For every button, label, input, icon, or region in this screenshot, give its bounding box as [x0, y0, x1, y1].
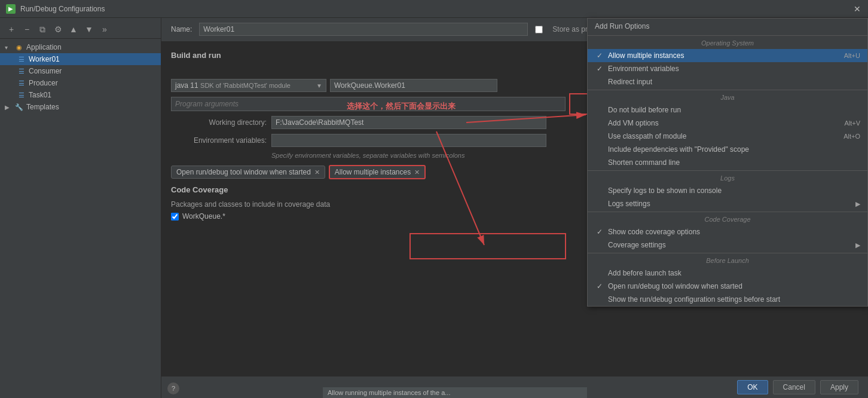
bottom-tooltip: Allow running multiple instances of the … [323, 387, 587, 398]
vm-options-check [595, 119, 604, 127]
ok-button[interactable]: OK [737, 380, 768, 394]
move-up-button[interactable]: ▲ [67, 23, 80, 36]
dropdown-item-show-coverage[interactable]: ✓ Show code coverage options [588, 225, 867, 238]
add-before-check [595, 269, 604, 277]
dropdown-item-shorten[interactable]: Shorten command line [588, 156, 867, 169]
dropdown-item-coverage-settings[interactable]: Coverage settings ▶ [588, 238, 867, 252]
no-build-check [595, 106, 604, 114]
shorten-check [595, 158, 604, 167]
name-input[interactable] [199, 23, 528, 36]
main-class-input[interactable] [330, 79, 497, 92]
help-button[interactable]: ? [167, 382, 179, 394]
include-deps-check [595, 145, 604, 154]
dropdown-item-env-vars[interactable]: ✓ Environment variables [588, 62, 867, 75]
tree-arrow-application: ▾ [5, 44, 12, 51]
no-build-label: Do not build before run [608, 106, 681, 114]
dropdown-item-no-build[interactable]: Do not build before run [588, 103, 867, 117]
vm-options-shortcut: Alt+V [844, 120, 860, 127]
application-label: Application [26, 43, 62, 51]
app-icon: ▶ [6, 4, 16, 14]
specify-logs-label: Specify logs to be shown in console [608, 186, 722, 195]
coverage-settings-check [595, 241, 604, 249]
show-coverage-check: ✓ [595, 228, 604, 236]
dropdown-divider-4 [588, 212, 867, 212]
logs-settings-label: Logs settings [608, 200, 650, 208]
sidebar-item-templates[interactable]: ▶ 🔧 Templates [0, 101, 161, 113]
program-args-input[interactable] [171, 97, 566, 111]
task01-icon: ☰ [17, 90, 26, 100]
sidebar-item-application[interactable]: ▾ ◉ Application [0, 41, 161, 53]
dropdown-item-vm-options[interactable]: Add VM options Alt+V [588, 117, 867, 130]
show-settings-check [595, 295, 604, 304]
sidebar-item-task01[interactable]: ☰ Task01 [0, 89, 161, 101]
sidebar-item-consumer[interactable]: ☰ Consumer [0, 65, 161, 77]
classpath-shortcut: Alt+O [843, 133, 860, 140]
specify-logs-check [595, 186, 604, 195]
cancel-button[interactable]: Cancel [773, 380, 815, 394]
close-button[interactable]: ✕ [852, 4, 862, 14]
settings-button[interactable]: ⚙ [51, 23, 65, 36]
tag-open-label: Open run/debug tool window when started [176, 168, 311, 176]
dropdown-item-redirect[interactable]: Redirect input [588, 75, 867, 88]
working-dir-input[interactable] [271, 116, 546, 129]
sidebar-item-worker01[interactable]: ☰ Worker01 [0, 53, 161, 65]
move-down-button[interactable]: ▼ [82, 23, 96, 36]
copy-config-button[interactable]: ⧉ [36, 23, 49, 36]
dropdown-divider-3 [588, 170, 867, 171]
add-before-label: Add before launch task [608, 269, 681, 277]
consumer-icon: ☰ [17, 66, 26, 76]
sidebar-item-producer[interactable]: ☰ Producer [0, 77, 161, 89]
dropdown-item-allow-multiple[interactable]: ✓ Allow multiple instances Alt+U [588, 49, 867, 62]
more-button[interactable]: » [98, 23, 111, 36]
add-run-options-item[interactable]: Add Run Options [588, 19, 867, 34]
open-window-label: Open run/debug tool window when started [608, 282, 742, 290]
store-checkbox[interactable] [535, 26, 543, 33]
dropdown-section-os: Operating System [588, 37, 867, 49]
apply-button[interactable]: Apply [820, 380, 858, 394]
dropdown-item-specify-logs[interactable]: Specify logs to be shown in console [588, 184, 867, 197]
coverage-checkbox[interactable] [171, 213, 179, 221]
dropdown-item-classpath[interactable]: Use classpath of module Alt+O [588, 130, 867, 143]
worker01-label: Worker01 [29, 55, 60, 63]
classpath-label: Use classpath of module [608, 132, 686, 140]
sidebar: + − ⧉ ⚙ ▲ ▼ » ▾ ◉ Application ☰ Worker01 [0, 18, 161, 398]
producer-icon: ☰ [17, 78, 26, 88]
allow-multiple-shortcut: Alt+U [844, 52, 860, 59]
env-vars-label: Environment variables: [171, 136, 267, 145]
tag-multiple-label: Allow multiple instances [335, 168, 411, 176]
sidebar-toolbar: + − ⧉ ⚙ ▲ ▼ » [0, 20, 161, 39]
tag-open-close-icon[interactable]: ✕ [314, 169, 320, 176]
dropdown-section-java: Java [588, 91, 867, 103]
add-config-button[interactable]: + [5, 23, 18, 36]
dropdown-item-show-settings[interactable]: Show the run/debug configuration setting… [588, 293, 867, 306]
dropdown-item-open-window[interactable]: ✓ Open run/debug tool window when starte… [588, 280, 867, 293]
dropdown-divider-5 [588, 253, 867, 253]
classpath-check [595, 132, 604, 140]
remove-config-button[interactable]: − [20, 23, 33, 36]
env-vars-check: ✓ [595, 65, 604, 73]
dropdown-divider-2 [588, 90, 867, 90]
dropdown-item-add-before[interactable]: Add before launch task [588, 267, 867, 280]
sdk-select[interactable]: java 11 SDK of 'RabbitMQTest' module ▼ [171, 79, 326, 92]
dropdown-divider-1 [588, 35, 867, 36]
coverage-settings-label: Coverage settings [608, 241, 666, 249]
application-icon: ◉ [14, 42, 24, 52]
show-settings-label: Show the run/debug configuration setting… [608, 295, 780, 304]
dropdown-item-include-deps[interactable]: Include dependencies with "Provided" sco… [588, 143, 867, 156]
dropdown-section-coverage: Code Coverage [588, 213, 867, 225]
logs-settings-arrow-icon: ▶ [855, 200, 860, 208]
show-coverage-label: Show code coverage options [608, 228, 700, 236]
dropdown-menu: Add Run Options Operating System ✓ Allow… [587, 18, 868, 307]
env-vars-input[interactable] [271, 134, 546, 147]
vm-options-label: Add VM options [608, 119, 659, 127]
allow-multiple-label: Allow multiple instances [608, 51, 684, 60]
coverage-settings-arrow-icon: ▶ [855, 241, 860, 249]
env-vars-dropdown-label: Environment variables [608, 65, 679, 73]
shorten-label: Shorten command line [608, 158, 680, 167]
working-dir-label: Working directory: [171, 118, 267, 127]
tag-multiple-close-icon[interactable]: ✕ [414, 169, 420, 176]
sdk-label: java 11 SDK of 'RabbitMQTest' module [175, 81, 291, 90]
redirect-label: Redirect input [608, 78, 652, 86]
templates-icon: 🔧 [14, 102, 24, 112]
dropdown-item-logs-settings[interactable]: Logs settings ▶ [588, 197, 867, 210]
